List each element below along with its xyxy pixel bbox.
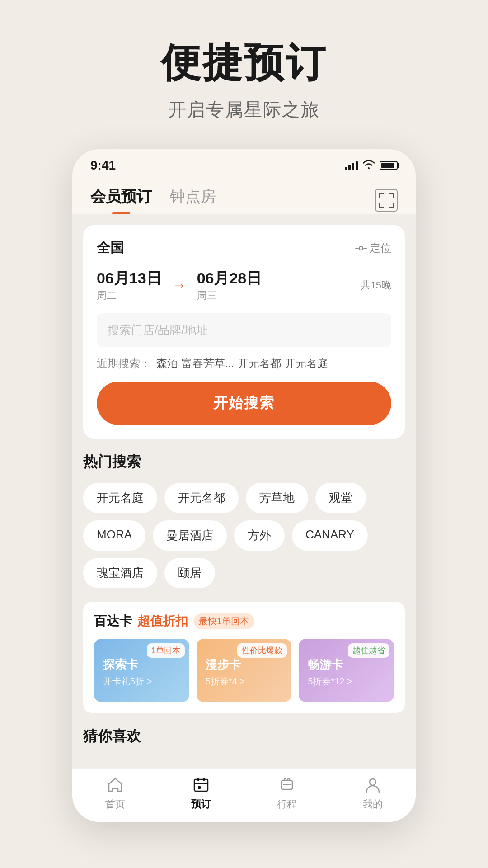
scan-button[interactable] xyxy=(375,189,398,212)
stroll-card[interactable]: 性价比爆款 漫步卡 5折券*4 > xyxy=(197,639,292,702)
date-from[interactable]: 06月13日 周二 xyxy=(97,268,162,302)
page-subtitle: 开启专属星际之旅 xyxy=(168,97,320,122)
nav-label-profile: 我的 xyxy=(363,797,383,811)
tab-member-booking[interactable]: 会员预订 xyxy=(90,186,152,214)
svg-rect-15 xyxy=(203,778,205,781)
nav-label-home: 首页 xyxy=(105,797,125,811)
search-input-placeholder: 搜索门店/品牌/地址 xyxy=(108,323,208,337)
locate-button[interactable]: 定位 xyxy=(355,241,391,255)
svg-rect-13 xyxy=(194,779,208,791)
date-row: 06月13日 周二 → 06月28日 周三 共15晚 xyxy=(97,268,391,302)
baidaka-title: 百达卡 xyxy=(94,613,132,630)
locate-label: 定位 xyxy=(370,241,391,255)
hot-tag-9[interactable]: 颐居 xyxy=(164,558,215,588)
recent-tag-3[interactable]: 开元名庭 xyxy=(285,356,328,371)
baidaka-header: 百达卡 超值折扣 最快1单回本 xyxy=(94,613,394,630)
date-to-main: 06月28日 xyxy=(197,268,262,289)
svg-rect-14 xyxy=(197,778,199,781)
page-title: 便捷预订 xyxy=(161,36,327,90)
wifi-icon xyxy=(362,159,375,172)
nav-item-booking[interactable]: 预订 xyxy=(158,776,244,811)
date-from-day: 周二 xyxy=(97,289,162,302)
location-row: 全国 定位 xyxy=(97,239,391,257)
location-text: 全国 xyxy=(97,239,124,257)
svg-point-8 xyxy=(359,246,363,250)
phone-mockup: 9:41 会员预订 钟点房 xyxy=(72,149,416,822)
hot-tag-1[interactable]: 开元名都 xyxy=(164,483,239,513)
explore-card[interactable]: 1单回本 探索卡 开卡礼5折 > xyxy=(94,639,189,702)
date-to[interactable]: 06月28日 周三 xyxy=(197,268,262,302)
date-to-day: 周三 xyxy=(197,289,262,302)
baidaka-subtitle: 超值折扣 xyxy=(137,613,188,630)
svg-rect-3 xyxy=(393,193,394,198)
stroll-card-desc: 5折券*4 > xyxy=(206,675,283,688)
date-arrow: → xyxy=(173,278,186,293)
travel-card-badge: 越住越省 xyxy=(348,643,389,658)
nav-item-trip[interactable]: 行程 xyxy=(244,776,330,811)
trip-icon xyxy=(278,776,296,794)
travel-card[interactable]: 越住越省 畅游卡 5折券*12 > xyxy=(299,639,394,702)
nav-item-profile[interactable]: 我的 xyxy=(330,776,416,811)
hot-tag-4[interactable]: MORA xyxy=(83,520,145,551)
hot-tag-5[interactable]: 曼居酒店 xyxy=(153,520,227,551)
nav-label-trip: 行程 xyxy=(277,797,297,811)
location-icon xyxy=(355,242,367,254)
search-card: 全国 定位 06月13日 周二 → xyxy=(83,225,405,439)
recent-label: 近期搜索： xyxy=(97,356,151,371)
guess-title: 猜你喜欢 xyxy=(83,726,405,746)
search-button[interactable]: 开始搜索 xyxy=(97,382,391,425)
page-header: 便捷预订 开启专属星际之旅 xyxy=(0,0,488,140)
hot-tag-2[interactable]: 芳草地 xyxy=(246,483,308,513)
baidaka-card-row: 1单回本 探索卡 开卡礼5折 > 性价比爆款 漫步卡 5折券*4 > 越住越省 … xyxy=(94,639,394,702)
date-from-main: 06月13日 xyxy=(97,268,162,289)
hot-tag-6[interactable]: 方外 xyxy=(234,520,285,551)
nav-tabs: 会员预订 钟点房 xyxy=(72,177,416,214)
hot-search-title: 热门搜索 xyxy=(83,452,405,472)
svg-rect-1 xyxy=(379,193,380,198)
home-icon xyxy=(106,776,124,794)
hot-search-section: 热门搜索 开元名庭 开元名都 芳草地 观堂 MORA 曼居酒店 方外 CANAR… xyxy=(83,452,405,588)
recent-tag-2[interactable]: 开元名都 xyxy=(238,356,281,371)
status-bar: 9:41 xyxy=(72,149,416,177)
nav-item-home[interactable]: 首页 xyxy=(72,776,158,811)
explore-card-name: 探索卡 xyxy=(103,657,180,673)
hot-tag-7[interactable]: CANARY xyxy=(292,520,368,551)
baidaka-badge: 最快1单回本 xyxy=(193,613,254,629)
hot-tag-8[interactable]: 瑰宝酒店 xyxy=(83,558,157,588)
stroll-card-badge: 性价比爆款 xyxy=(237,643,287,658)
status-time: 9:41 xyxy=(90,158,116,173)
bottom-nav: 首页 预订 行程 我的 xyxy=(72,768,416,822)
travel-card-desc: 5折券*12 > xyxy=(308,675,385,688)
tab-hourly[interactable]: 钟点房 xyxy=(170,186,216,214)
hot-tag-0[interactable]: 开元名庭 xyxy=(83,483,157,513)
recent-tag-0[interactable]: 森泊 xyxy=(156,356,178,371)
nav-label-booking: 预订 xyxy=(191,797,211,811)
scan-icon xyxy=(377,191,395,209)
status-icons xyxy=(345,159,398,172)
baidaka-section: 百达卡 超值折扣 最快1单回本 1单回本 探索卡 开卡礼5折 > 性价比爆款 漫… xyxy=(83,602,405,713)
svg-rect-17 xyxy=(198,786,201,789)
signal-icon xyxy=(345,160,358,170)
stroll-card-name: 漫步卡 xyxy=(206,657,283,673)
explore-card-desc: 开卡礼5折 > xyxy=(103,675,180,688)
booking-icon xyxy=(192,776,210,794)
phone-content: 全国 定位 06月13日 周二 → xyxy=(72,214,416,768)
svg-rect-7 xyxy=(393,203,394,208)
battery-icon xyxy=(380,161,398,170)
recent-row: 近期搜索： 森泊 富春芳草... 开元名都 开元名庭 xyxy=(97,356,391,371)
travel-card-name: 畅游卡 xyxy=(308,657,385,673)
hot-tag-3[interactable]: 观堂 xyxy=(315,483,366,513)
search-input-container[interactable]: 搜索门店/品牌/地址 xyxy=(97,313,391,347)
recent-tag-1[interactable]: 富春芳草... xyxy=(182,356,234,371)
hot-search-tags: 开元名庭 开元名都 芳草地 观堂 MORA 曼居酒店 方外 CANARY 瑰宝酒… xyxy=(83,483,405,588)
nights-count: 共15晚 xyxy=(361,278,391,292)
svg-rect-5 xyxy=(379,203,380,208)
svg-point-20 xyxy=(370,779,376,785)
guess-section: 猜你喜欢 xyxy=(83,726,405,746)
explore-card-badge: 1单回本 xyxy=(147,643,185,658)
profile-icon xyxy=(364,776,382,794)
